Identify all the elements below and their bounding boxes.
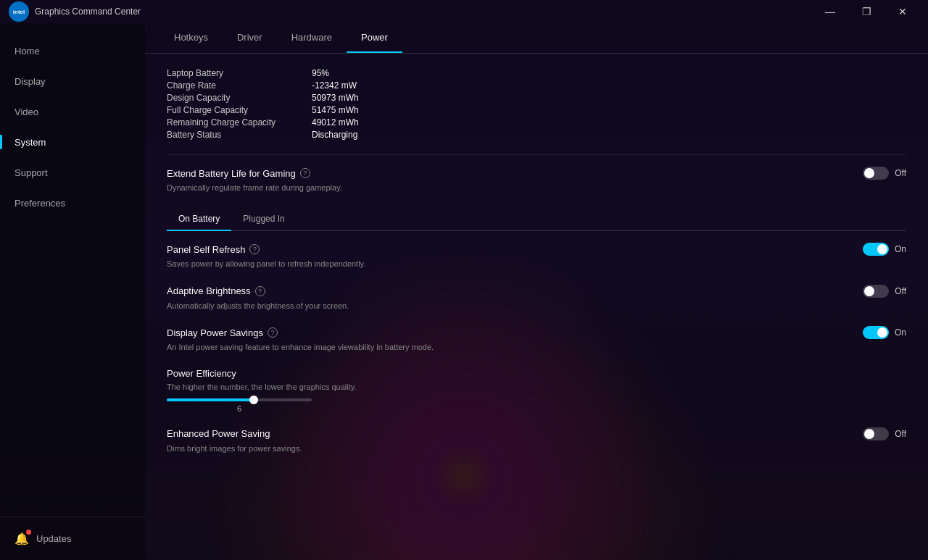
power-efficiency-desc: The higher the number, the lower the gra…	[167, 382, 493, 393]
tab-hardware[interactable]: Hardware	[277, 23, 347, 53]
power-efficiency-title: Power Efficiency	[167, 368, 236, 379]
extend-battery-desc: Dynamically regulate frame rate during g…	[167, 183, 493, 193]
power-efficiency-header: Power Efficiency	[167, 368, 906, 379]
adaptive-brightness-header: Adaptive Brightness ? Off	[167, 285, 906, 298]
minimize-button[interactable]: —	[813, 0, 847, 23]
adaptive-brightness-desc: Automatically adjusts the brightness of …	[167, 301, 493, 312]
panel-self-refresh-setting: Panel Self Refresh ? On Saves power by a…	[167, 243, 906, 269]
adaptive-brightness-state: Off	[895, 286, 906, 296]
display-power-savings-title: Display Power Savings	[167, 327, 263, 338]
battery-row-3: Full Charge Capacity 51475 mWh	[167, 105, 906, 115]
power-efficiency-slider-fill	[167, 398, 254, 401]
power-efficiency-setting: Power Efficiency The higher the number, …	[167, 368, 906, 413]
power-content: Laptop Battery 95% Charge Rate -12342 mW…	[145, 54, 928, 560]
tab-hotkeys[interactable]: Hotkeys	[160, 23, 223, 53]
enhanced-power-saving-state: Off	[895, 429, 906, 439]
adaptive-brightness-toggle[interactable]	[863, 285, 889, 298]
display-power-savings-knob	[877, 327, 887, 338]
battery-label-0: Laptop Battery	[167, 68, 312, 78]
enhanced-power-saving-toggle[interactable]	[863, 427, 889, 440]
adaptive-brightness-title: Adaptive Brightness	[167, 285, 251, 296]
extend-battery-toggle-group: Off	[863, 167, 906, 180]
battery-label-3: Full Charge Capacity	[167, 105, 312, 115]
battery-label-2: Design Capacity	[167, 93, 312, 103]
close-button[interactable]: ✕	[886, 0, 919, 23]
enhanced-power-saving-header: Enhanced Power Saving Off	[167, 427, 906, 440]
battery-value-2: 50973 mWh	[312, 93, 359, 103]
title-bar: intel Graphics Command Center — ❐ ✕	[0, 0, 928, 23]
sidebar-item-home[interactable]: Home	[0, 36, 145, 65]
display-power-savings-title-group: Display Power Savings ?	[167, 327, 278, 338]
power-efficiency-title-group: Power Efficiency	[167, 368, 236, 379]
battery-label-5: Battery Status	[167, 130, 312, 140]
display-power-savings-state: On	[895, 327, 906, 338]
extend-battery-state: Off	[895, 168, 906, 178]
display-power-savings-toggle[interactable]	[863, 326, 889, 339]
power-efficiency-slider-container: 6	[167, 398, 906, 413]
bell-icon: 🔔	[14, 532, 29, 546]
adaptive-brightness-setting: Adaptive Brightness ? Off Automatically …	[167, 285, 906, 312]
extend-battery-knob	[864, 168, 874, 178]
battery-row-2: Design Capacity 50973 mWh	[167, 93, 906, 103]
battery-label-4: Remaining Charge Capacity	[167, 117, 312, 128]
extend-battery-help-icon[interactable]: ?	[300, 168, 310, 178]
battery-label-1: Charge Rate	[167, 80, 312, 91]
sub-tabs: On Battery Plugged In	[167, 208, 906, 231]
panel-self-refresh-state: On	[895, 244, 906, 254]
battery-value-5: Discharging	[312, 130, 357, 140]
extend-battery-toggle[interactable]	[863, 167, 889, 180]
sub-tab-on-battery[interactable]: On Battery	[167, 208, 231, 231]
enhanced-power-saving-title-group: Enhanced Power Saving	[167, 428, 270, 439]
adaptive-brightness-help-icon[interactable]: ?	[255, 286, 265, 296]
display-power-savings-help-icon[interactable]: ?	[268, 327, 278, 338]
sub-tab-plugged-in[interactable]: Plugged In	[231, 208, 296, 231]
sidebar-item-support[interactable]: Support	[0, 158, 145, 187]
display-power-savings-desc: An Intel power saving feature to enhance…	[167, 342, 493, 353]
window-controls: — ❐ ✕	[813, 0, 919, 23]
battery-row-4: Remaining Charge Capacity 49012 mWh	[167, 117, 906, 128]
sidebar-item-video[interactable]: Video	[0, 97, 145, 126]
adaptive-brightness-toggle-group: Off	[863, 285, 906, 298]
battery-row-1: Charge Rate -12342 mW	[167, 80, 906, 91]
battery-row-0: Laptop Battery 95%	[167, 68, 906, 78]
battery-row-5: Battery Status Discharging	[167, 130, 906, 140]
sidebar-bottom: 🔔 Updates	[0, 517, 145, 560]
sidebar-nav: Home Display Video System Support Prefer…	[0, 30, 145, 517]
power-efficiency-slider-thumb[interactable]	[249, 396, 258, 404]
panel-self-refresh-desc: Saves power by allowing panel to refresh…	[167, 259, 493, 269]
adaptive-brightness-knob	[864, 286, 874, 296]
power-efficiency-slider-track	[167, 398, 312, 401]
power-efficiency-value: 6	[167, 404, 312, 413]
panel-self-refresh-help-icon[interactable]: ?	[249, 244, 260, 254]
app-title: Graphics Command Center	[35, 7, 141, 17]
panel-self-refresh-title: Panel Self Refresh	[167, 244, 245, 255]
panel-self-refresh-knob	[877, 244, 887, 254]
intel-logo: intel	[9, 1, 29, 22]
adaptive-brightness-title-group: Adaptive Brightness ?	[167, 285, 265, 296]
panel-self-refresh-toggle-group: On	[863, 243, 906, 256]
panel-self-refresh-header: Panel Self Refresh ? On	[167, 243, 906, 256]
enhanced-power-saving-knob	[864, 429, 874, 439]
extend-battery-header: Extend Battery Life for Gaming ? Off	[167, 167, 906, 180]
tab-driver[interactable]: Driver	[223, 23, 277, 53]
sidebar-item-preferences[interactable]: Preferences	[0, 188, 145, 217]
battery-value-0: 95%	[312, 68, 329, 78]
content-area: Hotkeys Driver Hardware Power Laptop Bat…	[145, 23, 928, 560]
maximize-button[interactable]: ❐	[850, 0, 883, 23]
extend-battery-setting: Extend Battery Life for Gaming ? Off Dyn…	[167, 167, 906, 193]
panel-self-refresh-toggle[interactable]	[863, 243, 889, 256]
display-power-savings-toggle-group: On	[863, 326, 906, 339]
enhanced-power-saving-title: Enhanced Power Saving	[167, 428, 270, 439]
extend-battery-title: Extend Battery Life for Gaming	[167, 168, 296, 179]
updates-button[interactable]: 🔔 Updates	[14, 526, 130, 551]
title-bar-left: intel Graphics Command Center	[9, 1, 141, 22]
notification-dot	[26, 530, 31, 535]
divider-0	[167, 154, 906, 155]
display-power-savings-header: Display Power Savings ? On	[167, 326, 906, 339]
tabs-bar: Hotkeys Driver Hardware Power	[145, 23, 928, 54]
battery-value-1: -12342 mW	[312, 80, 357, 91]
battery-info: Laptop Battery 95% Charge Rate -12342 mW…	[167, 68, 906, 140]
sidebar-item-display[interactable]: Display	[0, 67, 145, 96]
tab-power[interactable]: Power	[347, 23, 402, 53]
sidebar-item-system[interactable]: System	[0, 128, 145, 156]
